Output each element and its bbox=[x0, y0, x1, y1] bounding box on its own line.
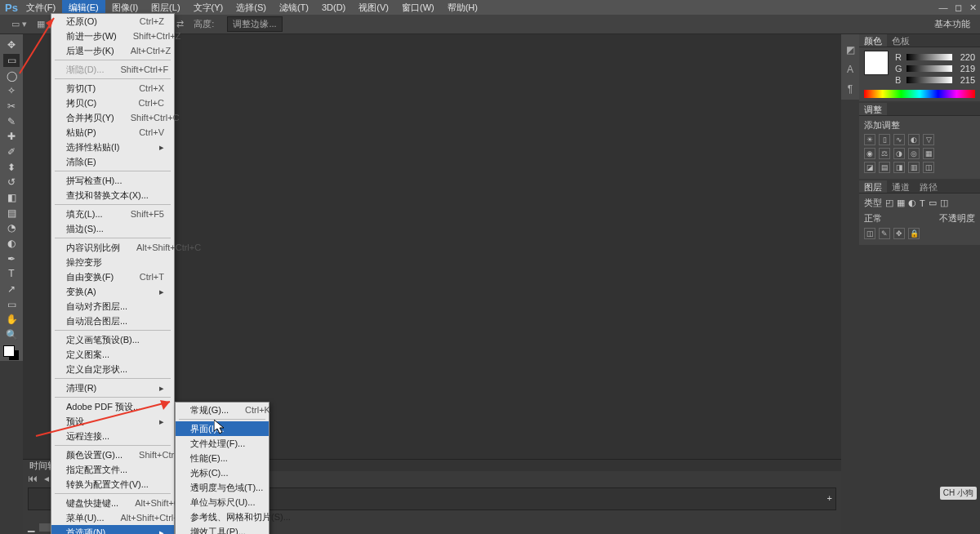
menu-item[interactable]: 首选项(N)▸ bbox=[51, 525, 174, 534]
menu-item[interactable]: 增效工具(P)... bbox=[176, 524, 269, 534]
menu-item[interactable]: 剪切(T)Ctrl+X bbox=[51, 81, 174, 96]
menu-item[interactable]: 界面(I)... bbox=[176, 421, 269, 436]
lock-pixel-icon[interactable]: ✎ bbox=[879, 228, 890, 239]
menu-item[interactable]: 查找和替换文本(X)... bbox=[51, 188, 174, 202]
menu-item[interactable]: 常规(G)...Ctrl+K bbox=[176, 403, 269, 417]
lock-all-icon[interactable]: 🔒 bbox=[908, 228, 920, 239]
brightness-icon[interactable]: ☀ bbox=[864, 134, 875, 145]
curves-icon[interactable]: ∿ bbox=[893, 134, 905, 145]
menu-item[interactable]: 前进一步(W)Shift+Ctrl+Z bbox=[51, 29, 174, 43]
menu-item[interactable]: 自动对齐图层... bbox=[51, 299, 174, 314]
lock-pos-icon[interactable]: ✥ bbox=[893, 228, 905, 239]
hand-tool-icon[interactable]: ✋ bbox=[3, 313, 20, 327]
lock-trans-icon[interactable]: ◫ bbox=[864, 228, 875, 239]
tab-channels[interactable]: 通道 bbox=[887, 180, 915, 193]
menu-item[interactable]: 拷贝(C)Ctrl+C bbox=[51, 96, 174, 110]
menu-item[interactable]: 选择性粘贴(I)▸ bbox=[51, 140, 174, 154]
menu-item[interactable]: 粘贴(P)Ctrl+V bbox=[51, 125, 174, 140]
workspace-switcher[interactable]: 基本功能 bbox=[934, 18, 970, 30]
menu-item[interactable]: 转换为配置文件(V)... bbox=[51, 477, 174, 492]
maximize-icon[interactable]: ◻ bbox=[951, 2, 965, 13]
menu-item[interactable]: 自由变换(F)Ctrl+T bbox=[51, 269, 174, 284]
r-slider[interactable] bbox=[906, 54, 952, 60]
menu-window[interactable]: 窗口(W) bbox=[395, 0, 441, 16]
healing-tool-icon[interactable]: ✚ bbox=[3, 130, 20, 144]
menu-help[interactable]: 帮助(H) bbox=[441, 0, 484, 16]
tool-preset-icon[interactable]: ▭ ▾ bbox=[7, 19, 32, 29]
add-media-icon[interactable]: + bbox=[827, 493, 832, 503]
menu-item[interactable]: 透明度与色域(T)... bbox=[176, 480, 269, 495]
menu-item[interactable]: 键盘快捷键...Alt+Shift+Ctrl+K bbox=[51, 496, 174, 510]
eyedropper-tool-icon[interactable]: ✎ bbox=[3, 114, 20, 128]
posterize-icon[interactable]: ▤ bbox=[879, 162, 890, 173]
blur-tool-icon[interactable]: ◔ bbox=[3, 221, 20, 235]
photo-filter-icon[interactable]: ◎ bbox=[908, 148, 920, 159]
filter-pixel-icon[interactable]: ▦ bbox=[897, 198, 905, 208]
eraser-tool-icon[interactable]: ◧ bbox=[3, 191, 20, 205]
g-slider[interactable] bbox=[906, 65, 952, 72]
tab-color[interactable]: 颜色 bbox=[859, 34, 887, 47]
shape-tool-icon[interactable]: ▭ bbox=[3, 297, 20, 311]
menu-item[interactable]: 定义画笔预设(B)... bbox=[51, 332, 174, 347]
tab-paths[interactable]: 路径 bbox=[915, 180, 942, 193]
balance-icon[interactable]: ⚖ bbox=[879, 148, 890, 159]
menu-item[interactable]: 变换(A)▸ bbox=[51, 284, 174, 299]
menu-select[interactable]: 选择(S) bbox=[229, 0, 273, 16]
color-swatch-tool[interactable] bbox=[3, 345, 20, 361]
selective-icon[interactable]: ◫ bbox=[923, 162, 934, 173]
marquee-tool-icon[interactable]: ▭ bbox=[3, 54, 20, 68]
menu-item[interactable]: 性能(E)... bbox=[176, 451, 269, 465]
menu-item[interactable]: 定义自定形状... bbox=[51, 362, 174, 376]
close-icon[interactable]: ✕ bbox=[965, 2, 980, 13]
paragraph-panel-icon[interactable]: ¶ bbox=[844, 83, 857, 96]
menu-item[interactable]: 清除(E) bbox=[51, 154, 174, 169]
wand-tool-icon[interactable]: ✧ bbox=[3, 84, 20, 98]
menu-item[interactable]: 文件处理(F)... bbox=[176, 436, 269, 451]
menu-item[interactable]: 描边(S)... bbox=[51, 221, 174, 236]
stamp-tool-icon[interactable]: ⬍ bbox=[3, 160, 20, 174]
hue-icon[interactable]: ◉ bbox=[864, 148, 875, 159]
history-brush-tool-icon[interactable]: ↺ bbox=[3, 176, 20, 189]
levels-icon[interactable]: ▯ bbox=[879, 134, 890, 145]
menu-item[interactable]: 清理(R)▸ bbox=[51, 380, 174, 395]
brush-tool-icon[interactable]: ✐ bbox=[3, 145, 20, 159]
filter-adjust-icon[interactable]: ◐ bbox=[908, 198, 916, 208]
menu-item[interactable]: 参考线、网格和切片(S)... bbox=[176, 510, 269, 524]
menu-item[interactable]: 定义图案... bbox=[51, 347, 174, 362]
filter-kind-icon[interactable]: ◰ bbox=[885, 198, 893, 208]
move-tool-icon[interactable]: ✥ bbox=[3, 38, 20, 52]
filter-type-icon[interactable]: T bbox=[920, 198, 925, 208]
blend-mode-select[interactable]: 正常 bbox=[864, 212, 882, 225]
b-slider[interactable] bbox=[906, 77, 952, 83]
goto-first-icon[interactable]: ⏮ bbox=[28, 473, 38, 484]
type-tool-icon[interactable]: T bbox=[3, 267, 20, 281]
gradient-tool-icon[interactable]: ▤ bbox=[3, 206, 20, 220]
menu-item[interactable]: 单位与标尺(U)... bbox=[176, 495, 269, 510]
menu-item[interactable]: 渐隐(D)...Shift+Ctrl+F bbox=[51, 62, 174, 77]
menu-item[interactable]: 操控变形 bbox=[51, 255, 174, 269]
menu-item[interactable]: Adobe PDF 预设... bbox=[51, 399, 174, 414]
menu-item[interactable]: 指定配置文件... bbox=[51, 462, 174, 477]
path-tool-icon[interactable]: ↗ bbox=[3, 283, 20, 296]
history-panel-icon[interactable]: ◩ bbox=[844, 44, 857, 57]
zoom-tool-icon[interactable]: 🔍 bbox=[3, 328, 20, 342]
menu-item[interactable]: 内容识别比例Alt+Shift+Ctrl+C bbox=[51, 240, 174, 255]
menu-item[interactable]: 后退一步(K)Alt+Ctrl+Z bbox=[51, 43, 174, 58]
minimize-icon[interactable]: — bbox=[936, 2, 951, 13]
menu-item[interactable]: 菜单(U)...Alt+Shift+Ctrl+M bbox=[51, 510, 174, 525]
menu-item[interactable]: 颜色设置(G)...Shift+Ctrl+K bbox=[51, 447, 174, 462]
gradient-map-icon[interactable]: ▥ bbox=[908, 162, 920, 173]
vibrance-icon[interactable]: ▽ bbox=[923, 134, 934, 145]
menu-3d[interactable]: 3D(D) bbox=[315, 1, 352, 14]
menu-item[interactable]: 远程连接... bbox=[51, 429, 174, 443]
tab-swatches[interactable]: 色板 bbox=[887, 34, 915, 47]
tab-adjustments[interactable]: 调整 bbox=[859, 103, 887, 115]
filter-shape-icon[interactable]: ▭ bbox=[929, 198, 937, 208]
menu-filter[interactable]: 滤镜(T) bbox=[273, 0, 315, 16]
bw-icon[interactable]: ◑ bbox=[893, 148, 905, 159]
menu-item[interactable]: 拼写检查(H)... bbox=[51, 173, 174, 188]
menu-item[interactable]: 自动混合图层... bbox=[51, 314, 174, 328]
lasso-tool-icon[interactable]: ◯ bbox=[3, 69, 20, 82]
spectrum-bar[interactable] bbox=[864, 90, 975, 98]
crop-tool-icon[interactable]: ✂ bbox=[3, 100, 20, 113]
